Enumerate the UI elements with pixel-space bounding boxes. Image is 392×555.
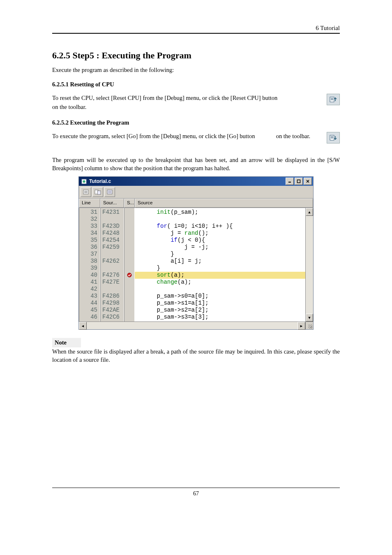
breakpoint-cell[interactable] [125,272,134,279]
maximize-button[interactable] [295,178,303,185]
source-line: j = -j; [143,244,305,251]
exec-paragraph: To execute the program, select [Go] from… [52,132,340,141]
source-line: for( i=0; i<10; i++ ){ [143,223,305,230]
breakpoint-cell[interactable] [125,293,134,300]
breakpoint-cell[interactable] [125,314,134,321]
line-number: 31 [79,209,97,216]
exec-description: The program will be executed up to the b… [52,156,340,173]
toolbar-view-button[interactable] [81,187,91,197]
code-window: Tutorial.c Line Sour... S... Source [78,176,314,330]
address-value: F4254 [102,237,124,244]
svg-rect-11 [297,180,300,183]
vertical-scrollbar[interactable]: ▲ ▼ [305,208,313,321]
breakpoint-cell[interactable] [125,258,134,265]
scroll-track[interactable] [306,216,313,314]
line-number: 32 [79,216,97,223]
source-line: sort(a); [143,272,305,279]
col-source[interactable]: Source [135,199,313,208]
address-value [102,216,124,223]
breakpoint-cell[interactable] [125,216,134,223]
resize-grip-icon[interactable] [305,322,313,329]
gutter-bp[interactable] [124,208,135,321]
breakpoint-cell[interactable] [125,286,134,293]
source-line: if(j < 0){ [143,237,305,244]
line-number: 36 [79,244,97,251]
scroll-left-icon[interactable]: ◄ [79,322,87,330]
address-value: F4231 [102,209,124,216]
hscroll-track[interactable] [87,322,297,329]
address-value: F4262 [102,258,124,265]
reset-text-a: To reset the CPU, select [Reset CPU] fro… [52,95,277,101]
minimize-button[interactable] [286,178,294,185]
svg-rect-0 [330,97,334,102]
exec-text-a: To execute the program, select [Go] from… [52,133,255,139]
source-line [143,216,305,223]
address-value: F4248 [102,230,124,237]
exec-text-b: on the toolbar. [276,133,310,139]
line-number: 35 [79,237,97,244]
col-line[interactable]: Line [79,199,100,208]
column-headers: Line Sour... S... Source [79,199,313,208]
breakpoint-cell[interactable] [125,237,134,244]
breakpoint-cell[interactable] [125,251,134,258]
breakpoint-cell[interactable] [125,223,134,230]
address-value: F427E [102,279,124,286]
line-number: 41 [79,279,97,286]
scroll-up-icon[interactable]: ▲ [306,208,313,216]
source-line [143,286,305,293]
address-value: F4298 [102,300,124,307]
toolbar-mixed-button[interactable] [92,187,103,197]
titlebar[interactable]: Tutorial.c [79,177,313,186]
source-area[interactable]: init(p_sam); for( i=0; i<10; i++ ){ j = … [135,208,305,321]
address-value [102,265,124,272]
breakpoint-cell[interactable] [125,265,134,272]
col-bp[interactable]: S... [124,199,135,208]
go-icon[interactable] [327,132,340,143]
line-number: 37 [79,251,97,258]
address-value: F4259 [102,244,124,251]
address-value [102,251,124,258]
source-line: } [143,265,305,272]
col-sour[interactable]: Sour... [100,199,124,208]
source-line: change(a); [143,279,305,286]
address-value: F42C6 [102,314,124,321]
scroll-down-icon[interactable]: ▼ [306,314,313,321]
reset-paragraph: To reset the CPU, select [Reset CPU] fro… [52,94,340,112]
svg-rect-19 [97,191,101,194]
section-title: 6.2.5 Step5 : Executing the Program [52,50,340,61]
running-header: 6 Tutorial [52,25,340,34]
breakpoint-cell[interactable] [125,307,134,314]
line-number: 40 [79,272,97,279]
line-number: 38 [79,258,97,265]
breakpoint-cell[interactable] [125,209,134,216]
source-line: init(p_sam); [143,209,305,216]
intro-paragraph: Execute the program as described in the … [52,67,340,74]
breakpoint-cell[interactable] [125,230,134,237]
gutter-line: 31323334353637383940414243444546 [79,208,100,321]
scroll-right-icon[interactable]: ► [297,322,305,330]
toolbar [79,186,313,199]
source-line: p_sam->s2=a[2]; [143,307,305,314]
close-button[interactable] [304,178,312,185]
reset-text-b: on the toolbar. [52,104,86,110]
address-value: F423D [102,223,124,230]
svg-point-9 [83,180,85,183]
breakpoint-cell[interactable] [125,244,134,251]
source-line: p_sam->s0=a[0]; [143,293,305,300]
source-line: j = rand(); [143,230,305,237]
source-line: } [143,251,305,258]
page-number: 67 [193,490,199,497]
page-footer: 67 [52,488,340,497]
line-number: 45 [79,307,97,314]
line-number: 39 [79,265,97,272]
breakpoint-cell[interactable] [125,279,134,286]
document-icon [81,178,87,185]
breakpoint-cell[interactable] [125,300,134,307]
line-number: 34 [79,230,97,237]
address-value: F4276 [102,272,124,279]
reset-cpu-icon[interactable] [327,94,340,105]
toolbar-disasm-button[interactable] [104,187,115,197]
note-paragraph: When the source file is displayed after … [52,347,340,364]
window-title: Tutorial.c [89,178,286,184]
note-label: Note [52,338,81,347]
